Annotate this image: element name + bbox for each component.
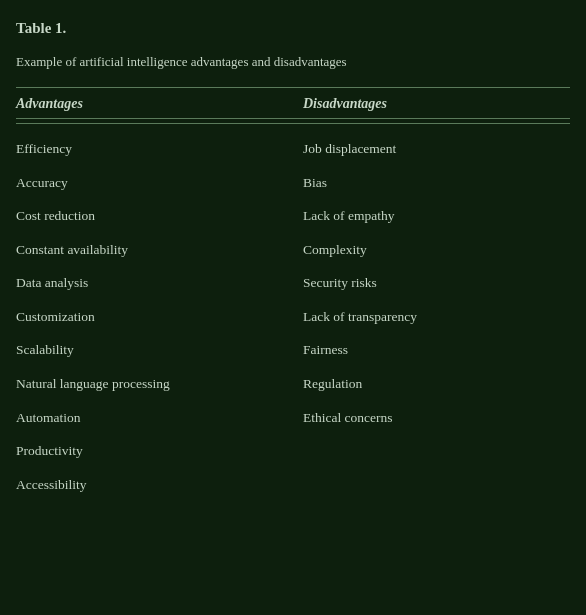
main-table: Advantages Disadvantages EfficiencyAccur… [16,96,570,501]
header-divider [16,123,570,124]
advantage-item: Scalability [16,333,283,367]
disadvantage-item: Fairness [303,333,570,367]
advantage-item: Efficiency [16,132,283,166]
advantage-item: Cost reduction [16,199,283,233]
advantage-item: Accuracy [16,166,283,200]
disadvantage-item: Lack of transparency [303,300,570,334]
disadvantages-column: Job displacementBiasLack of empathyCompl… [293,132,570,501]
disadvantage-item: Security risks [303,266,570,300]
advantage-item: Constant availability [16,233,283,267]
data-rows: EfficiencyAccuracyCost reductionConstant… [16,132,570,501]
advantage-item: Customization [16,300,283,334]
table-title: Table 1. [16,20,570,37]
advantage-item: Automation [16,401,283,435]
table-description: Example of artificial intelligence advan… [16,53,570,71]
advantage-item: Data analysis [16,266,283,300]
advantages-header-col: Advantages [16,96,293,112]
disadvantage-item: Complexity [303,233,570,267]
advantage-item: Productivity [16,434,283,468]
disadvantages-header-label: Disadvantages [303,96,387,111]
disadvantages-header-col: Disadvantages [293,96,570,112]
advantage-item: Natural language processing [16,367,283,401]
disadvantage-item: Job displacement [303,132,570,166]
disadvantage-item: Bias [303,166,570,200]
advantage-item: Accessibility [16,468,283,502]
advantages-header-label: Advantages [16,96,83,111]
top-divider [16,87,570,88]
disadvantage-item: Ethical concerns [303,401,570,435]
disadvantage-item: Lack of empathy [303,199,570,233]
header-row: Advantages Disadvantages [16,96,570,119]
disadvantage-item: Regulation [303,367,570,401]
advantages-column: EfficiencyAccuracyCost reductionConstant… [16,132,293,501]
